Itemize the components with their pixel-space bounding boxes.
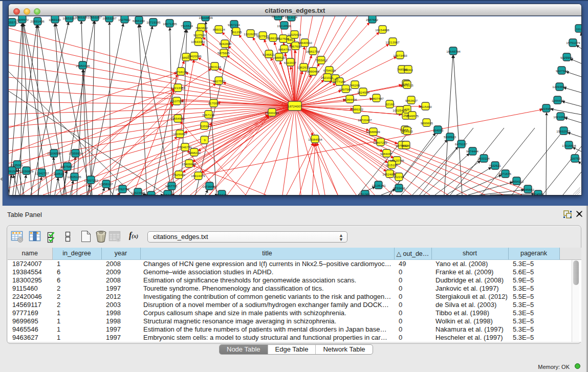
svg-text:16961758: 16961758 xyxy=(306,50,320,53)
svg-text:6322037: 6322037 xyxy=(284,61,297,64)
svg-text:6479197: 6479197 xyxy=(455,142,468,146)
svg-text:252214: 252214 xyxy=(394,175,404,179)
svg-text:10653267: 10653267 xyxy=(88,16,102,19)
svg-text:1733426: 1733426 xyxy=(393,186,406,190)
svg-text:9227342: 9227342 xyxy=(556,69,569,73)
svg-text:8498222: 8498222 xyxy=(188,151,201,155)
svg-text:16671355: 16671355 xyxy=(163,22,177,26)
svg-text:1069140: 1069140 xyxy=(49,18,61,21)
svg-text:17016504: 17016504 xyxy=(562,144,576,147)
svg-text:9127503: 9127503 xyxy=(193,33,206,37)
svg-text:2867608: 2867608 xyxy=(289,45,302,48)
svg-text:10807487: 10807487 xyxy=(369,97,384,100)
svg-text:12093822: 12093822 xyxy=(552,85,567,89)
svg-text:9891: 9891 xyxy=(182,56,189,59)
svg-text:16120746: 16120746 xyxy=(390,159,404,162)
svg-text:7955812: 7955812 xyxy=(315,58,328,62)
svg-text:116753: 116753 xyxy=(570,157,581,160)
svg-text:923446: 923446 xyxy=(162,193,173,195)
svg-text:9357224: 9357224 xyxy=(228,23,241,27)
svg-text:20691406: 20691406 xyxy=(30,19,45,23)
svg-text:12323446: 12323446 xyxy=(131,191,145,194)
svg-text:10543382: 10543382 xyxy=(191,40,205,43)
svg-text:9245652: 9245652 xyxy=(522,188,535,191)
svg-text:19218506: 19218506 xyxy=(277,24,291,28)
svg-text:5875685: 5875685 xyxy=(217,51,230,55)
svg-text:1615112: 1615112 xyxy=(385,163,398,167)
svg-text:18807249: 18807249 xyxy=(373,141,387,144)
svg-text:18724007: 18724007 xyxy=(288,104,302,108)
svg-text:15736485: 15736485 xyxy=(202,185,216,188)
svg-text:1232344: 1232344 xyxy=(145,193,158,195)
svg-text:20053346: 20053346 xyxy=(76,64,90,68)
svg-text:53594: 53594 xyxy=(200,124,209,128)
svg-text:15692971: 15692971 xyxy=(556,129,571,133)
svg-text:8990448: 8990448 xyxy=(307,70,320,73)
svg-text:12213363: 12213363 xyxy=(171,86,185,90)
svg-text:10958107: 10958107 xyxy=(99,182,113,186)
svg-text:7515524: 7515524 xyxy=(181,24,193,28)
svg-text:417006: 417006 xyxy=(208,101,219,105)
svg-text:15751074: 15751074 xyxy=(566,41,580,45)
svg-text:16210643: 16210643 xyxy=(553,115,568,119)
svg-text:438: 438 xyxy=(404,107,410,111)
svg-text:39154: 39154 xyxy=(9,169,17,173)
svg-text:6794028: 6794028 xyxy=(323,69,336,72)
svg-text:19166827: 19166827 xyxy=(173,132,187,136)
svg-text:8813014: 8813014 xyxy=(272,16,285,18)
svg-text:2687682: 2687682 xyxy=(366,18,379,21)
svg-text:9084067: 9084067 xyxy=(380,152,393,156)
svg-text:891295: 891295 xyxy=(231,30,242,34)
svg-text:25300293: 25300293 xyxy=(265,111,279,115)
svg-text:8135061: 8135061 xyxy=(11,163,24,167)
svg-text:7632621: 7632621 xyxy=(489,164,502,167)
svg-text:85063: 85063 xyxy=(404,68,413,72)
svg-text:6928: 6928 xyxy=(402,144,409,147)
svg-text:9699695: 9699695 xyxy=(421,121,433,125)
svg-text:924565: 924565 xyxy=(533,192,544,195)
svg-text:6466160: 6466160 xyxy=(133,19,145,23)
svg-text:19654983: 19654983 xyxy=(170,117,185,120)
svg-text:6497568: 6497568 xyxy=(339,87,352,91)
svg-text:2549575: 2549575 xyxy=(406,114,419,118)
svg-text:8813014: 8813014 xyxy=(285,16,298,19)
svg-text:8427552: 8427552 xyxy=(213,79,226,83)
svg-text:8454749: 8454749 xyxy=(278,48,291,51)
svg-text:8215955: 8215955 xyxy=(540,107,553,111)
svg-text:15409948: 15409948 xyxy=(182,162,196,166)
svg-text:10719185: 10719185 xyxy=(146,20,161,24)
svg-text:10975887: 10975887 xyxy=(60,165,74,168)
svg-text:114519: 114519 xyxy=(54,172,64,176)
svg-text:2933114: 2933114 xyxy=(477,157,490,160)
svg-text:17359934: 17359934 xyxy=(69,151,83,155)
svg-text:16648784: 16648784 xyxy=(446,50,461,53)
svg-text:546: 546 xyxy=(288,38,293,41)
svg-text:9329946: 9329946 xyxy=(560,56,573,59)
svg-text:9474444: 9474444 xyxy=(466,149,479,153)
svg-text:15136141: 15136141 xyxy=(372,184,386,187)
svg-text:8471676: 8471676 xyxy=(499,172,512,176)
svg-text:10973493: 10973493 xyxy=(393,54,407,57)
svg-text:1112: 1112 xyxy=(576,27,581,31)
svg-text:1621022: 1621022 xyxy=(321,76,334,79)
svg-text:62160: 62160 xyxy=(385,102,395,106)
svg-text:1244415: 1244415 xyxy=(552,99,564,102)
svg-text:12342757: 12342757 xyxy=(35,171,49,175)
svg-text:7663822: 7663822 xyxy=(195,26,208,30)
svg-text:9777169: 9777169 xyxy=(333,80,346,83)
svg-text:2718176: 2718176 xyxy=(175,70,188,74)
svg-text:654923: 654923 xyxy=(402,129,413,133)
svg-text:151361: 151361 xyxy=(360,192,371,195)
svg-text:11325419: 11325419 xyxy=(287,33,301,36)
svg-text:23420046: 23420046 xyxy=(187,54,202,58)
svg-text:12505135: 12505135 xyxy=(67,175,81,179)
svg-text:16107553: 16107553 xyxy=(169,99,184,103)
svg-text:11156829: 11156829 xyxy=(20,169,34,173)
svg-text:16033809: 16033809 xyxy=(199,16,213,19)
svg-text:1065326: 1065326 xyxy=(75,16,88,19)
svg-text:1362615: 1362615 xyxy=(297,65,310,69)
svg-text:7625402: 7625402 xyxy=(173,173,186,177)
svg-text:3624554: 3624554 xyxy=(357,91,370,94)
svg-text:9115460: 9115460 xyxy=(420,105,432,108)
svg-text:9463627: 9463627 xyxy=(405,99,418,102)
